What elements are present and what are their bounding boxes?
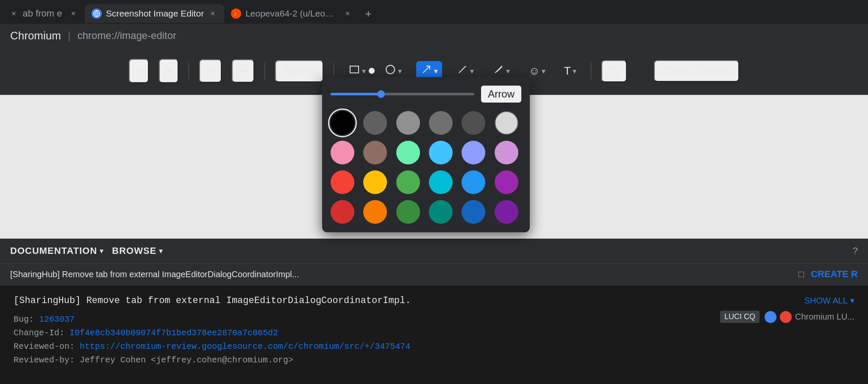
undo-button[interactable]: ↩ — [199, 59, 222, 83]
slider-fill — [331, 93, 381, 95]
bug-label: Bug: — [14, 314, 39, 324]
chromium-lu-label: Chromium LU... — [795, 312, 854, 322]
change-id-link[interactable]: I0f4e8cb340b09074f7b1bed378ee2870a7c065d… — [70, 328, 278, 338]
browse-label: BROWSE — [112, 245, 156, 256]
commit-detail: [SharingHub] Remove tab from external Im… — [0, 285, 868, 384]
color-gray3[interactable] — [462, 111, 485, 135]
tab-label-reddit: Leopeva64-2 (u/Leopeva64-2) - — [245, 8, 339, 19]
text-tool-group[interactable]: T ▾ — [560, 62, 581, 80]
bottom-navigation: DOCUMENTATION ▾ BROWSE ▾ ? — [0, 239, 868, 264]
tab-close-reddit[interactable]: × — [343, 9, 352, 18]
arrow-panel-header: Arrow — [331, 86, 521, 103]
tab-icon-reddit: r — [231, 8, 241, 19]
arrow-panel: Arrow — [322, 77, 530, 232]
browser-name: Chromium — [10, 29, 61, 42]
divider-4 — [591, 63, 591, 80]
commit-bar: [SharingHub] Remove tab from external Im… — [0, 264, 868, 285]
divider-2 — [264, 63, 265, 80]
luci-badge: LUCI CQ — [720, 311, 760, 323]
emoji-icon: ☺ — [529, 64, 540, 78]
help-icon[interactable]: ? — [853, 245, 858, 256]
color-dark-green[interactable] — [396, 200, 420, 224]
browse-nav[interactable]: BROWSE ▾ — [112, 245, 163, 256]
commit-message: [SharingHub] Remove tab from external Im… — [14, 295, 710, 306]
crop-button[interactable] — [601, 60, 627, 82]
commit-meta: Bug: 1263037 Change-Id: I0f4e8cb340b0907… — [14, 313, 710, 367]
tab-close-partial[interactable]: × — [9, 9, 19, 18]
svg-rect-3 — [350, 66, 359, 73]
color-purple[interactable] — [495, 170, 518, 194]
color-light-green[interactable] — [396, 141, 420, 164]
address-url[interactable]: chrome://image-editor — [78, 30, 176, 42]
arrow-panel-label: Arrow — [481, 86, 521, 103]
color-dark-purple[interactable] — [495, 200, 518, 224]
arrow-dropdown-icon[interactable]: ▾ — [434, 67, 438, 76]
select-tool-button[interactable]: Select — [275, 60, 323, 82]
circle-icon — [384, 64, 396, 78]
color-brown[interactable] — [363, 141, 387, 164]
zoom-in-button[interactable]: + — [159, 59, 179, 83]
slider-thumb[interactable] — [377, 90, 385, 98]
bug-link[interactable]: 1263037 — [39, 314, 75, 324]
zoom-out-button[interactable]: − — [129, 59, 149, 83]
color-gray2[interactable] — [429, 111, 453, 135]
color-dark-red[interactable] — [331, 200, 354, 224]
line-dropdown-icon: ▾ — [470, 67, 474, 76]
documentation-nav[interactable]: DOCUMENTATION ▾ — [10, 245, 103, 256]
color-dark-gray[interactable] — [363, 111, 387, 135]
tab-partial[interactable]: × ab from e × — [0, 4, 85, 23]
svg-point-4 — [386, 65, 395, 74]
redo-button[interactable]: ↪ — [232, 59, 254, 83]
color-medium-gray[interactable] — [396, 111, 420, 135]
tab-close-x[interactable]: × — [69, 9, 78, 18]
divider-1 — [189, 63, 189, 80]
tab-close-editor[interactable]: × — [208, 9, 217, 18]
reviewed-on-link[interactable]: https://chromium-review.googlesource.com… — [80, 342, 410, 351]
color-light-purple[interactable] — [495, 141, 518, 164]
tab-icon-globe — [92, 8, 102, 19]
code-review-panel: DOCUMENTATION ▾ BROWSE ▾ ? [SharingHub] … — [0, 239, 868, 384]
color-blue[interactable] — [462, 170, 485, 194]
address-bar: Chromium | chrome://image-editor — [0, 24, 868, 47]
color-light-blue[interactable] — [429, 141, 453, 164]
new-tab-button[interactable]: + — [359, 4, 378, 23]
create-r-button[interactable]: CREATE R — [811, 269, 858, 280]
color-light-gray[interactable] — [495, 111, 518, 135]
color-grid — [331, 111, 521, 224]
show-all-button[interactable]: SHOW ALL ▾ — [804, 295, 854, 306]
address-separator: | — [68, 29, 71, 42]
svg-line-5 — [423, 66, 430, 73]
emoji-tool-group[interactable]: ☺ ▾ — [524, 62, 550, 80]
tab-screenshot-editor[interactable]: Screenshot Image Editor × — [85, 4, 224, 23]
select-label: Select — [283, 64, 316, 78]
color-teal[interactable] — [429, 200, 453, 224]
color-light-pink[interactable] — [331, 141, 354, 164]
rect-dropdown-icon: ▾ — [362, 67, 366, 76]
pen-dropdown-icon: ▾ — [506, 67, 510, 76]
tab-label-editor: Screenshot Image Editor — [106, 8, 204, 19]
avatar-small-2 — [780, 311, 792, 323]
reviewed-by-label: Reviewed-by: Jeffrey Cohen <jeffrey.cohe… — [14, 355, 293, 365]
size-slider-track[interactable] — [331, 93, 474, 95]
text-dropdown-icon: ▾ — [573, 67, 576, 76]
commit-clip-icon: □ — [798, 269, 804, 280]
documentation-label: DOCUMENTATION — [10, 245, 97, 256]
browse-arrow: ▾ — [159, 246, 163, 256]
color-red-medium[interactable] — [331, 170, 354, 194]
chromium-lu-item: Chromium LU... — [765, 311, 854, 323]
tab-reddit[interactable]: r Leopeva64-2 (u/Leopeva64-2) - × — [224, 4, 359, 23]
color-amber[interactable] — [363, 170, 387, 194]
color-periwinkle[interactable] — [462, 141, 485, 164]
color-orange[interactable] — [363, 200, 387, 224]
avatar-small — [765, 311, 776, 323]
emoji-dropdown-icon: ▾ — [542, 67, 545, 76]
color-black[interactable] — [331, 111, 354, 135]
color-cyan[interactable] — [429, 170, 453, 194]
text-icon: T — [564, 64, 571, 78]
documentation-arrow: ▾ — [100, 246, 103, 256]
color-dark-blue[interactable] — [462, 200, 485, 224]
reviewed-on-label: Reviewed-on: — [14, 342, 80, 351]
clear-canvas-button[interactable]: Clear Canvas — [654, 60, 740, 82]
color-green[interactable] — [396, 170, 420, 194]
redo-icon: ↪ — [238, 64, 248, 78]
